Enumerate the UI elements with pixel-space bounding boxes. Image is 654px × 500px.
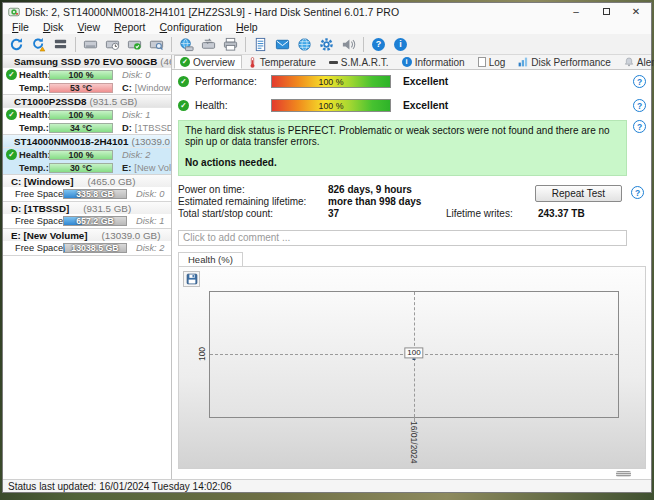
- disk-clock-button[interactable]: [102, 35, 123, 54]
- menu-report[interactable]: Report: [107, 21, 153, 33]
- chart-resize-grip[interactable]: [616, 471, 631, 477]
- disk-temp-row: Temp.: 53 °C C:[Windows]: [3, 81, 171, 94]
- power-on-label: Power on time:: [178, 184, 328, 195]
- health-chart-section: Health (%) 100 16/01/2: [178, 252, 646, 470]
- performance-gauge: 100 %: [271, 75, 391, 88]
- thermometer-icon: [248, 57, 257, 68]
- tab-log[interactable]: Log: [472, 55, 513, 69]
- free-space-bar: 657.2 GB: [63, 216, 127, 226]
- free-space-label: Free Space: [15, 243, 63, 253]
- disk-transfer-button[interactable]: [198, 35, 219, 54]
- tab-disk-performance[interactable]: Disk Performance: [512, 55, 617, 69]
- disk-number: Disk: 1: [136, 216, 164, 226]
- disk-button[interactable]: [80, 35, 101, 54]
- health-row: ✓ Health: 100 % Excellent ?: [178, 98, 646, 113]
- disk-globe-button[interactable]: [176, 35, 197, 54]
- temp-label: Temp.:: [19, 123, 49, 133]
- temp-label: Temp.:: [19, 163, 49, 173]
- comment-section: [178, 227, 627, 246]
- lifetime-writes-label: Lifetime writes:: [446, 208, 538, 219]
- content-area: Samsung SSD 970 EVO 500GB (465.8 GB) ✓ H…: [3, 55, 651, 479]
- tab-alerts[interactable]: Alerts: [618, 55, 654, 69]
- toolbar-separator: [171, 37, 172, 52]
- health-chart-tab[interactable]: Health (%): [178, 252, 243, 266]
- sounds-button[interactable]: [338, 35, 359, 54]
- disk-remove-icon: [53, 37, 68, 52]
- performance-help-icon[interactable]: ?: [633, 75, 646, 88]
- disk-list-item-1[interactable]: CT1000P2SSD8 (931.5 GB) ✓ Health: 100 % …: [3, 95, 171, 135]
- print-button[interactable]: [220, 35, 241, 54]
- menu-file[interactable]: File: [5, 21, 36, 33]
- health-help-icon[interactable]: ?: [633, 99, 646, 112]
- performance-chart-icon: [518, 57, 528, 67]
- alerts-bell-icon: [624, 57, 634, 67]
- floppy-save-icon: [186, 273, 198, 285]
- lifetime-writes-value: 243.37 TB: [538, 208, 646, 219]
- tab-information[interactable]: i Information: [396, 55, 472, 69]
- partition-free-row: Free Space 13038.5 GB Disk: 2: [3, 241, 171, 255]
- disk-search-button[interactable]: [146, 35, 167, 54]
- web-button[interactable]: [294, 35, 315, 54]
- refresh-button[interactable]: [6, 35, 27, 54]
- status-bar: Status last updated: 16/01/2024 Tuesday …: [3, 479, 651, 492]
- disk-size: (931.5 GB): [89, 96, 137, 107]
- disk-transfer-icon: [201, 37, 216, 52]
- health-chart-panel: 100 16/01/2024 100: [178, 266, 646, 470]
- repeat-test-button[interactable]: Repeat Test: [535, 185, 622, 202]
- partition-item-e[interactable]: E: [New Volume] (13039.0 GB) Free Space …: [3, 229, 171, 256]
- partition-name: E: [New Volume]: [11, 230, 88, 241]
- startstop-label: Total start/stop count:: [178, 208, 328, 219]
- y-axis-tick: 100: [197, 347, 207, 361]
- menu-configuration[interactable]: Configuration: [153, 21, 229, 33]
- menu-help[interactable]: Help: [229, 21, 265, 33]
- health-ok-icon: ✓: [6, 149, 17, 160]
- disk-search-icon: [149, 37, 164, 52]
- menu-disk[interactable]: Disk: [36, 21, 70, 33]
- disk-temp-row: Temp.: 34 °C D:[1TBSSD]: [3, 121, 171, 134]
- tab-temperature[interactable]: Temperature: [242, 55, 323, 69]
- email-button[interactable]: [272, 35, 293, 54]
- partition-item-c[interactable]: C: [Windows] (465.0 GB) Free Space 335.8…: [3, 175, 171, 202]
- disk-sidebar: Samsung SSD 970 EVO 500GB (465.8 GB) ✓ H…: [3, 55, 172, 479]
- partition-name: D: [1TBSSD]: [11, 203, 69, 214]
- minimize-button[interactable]: –: [561, 4, 591, 20]
- power-on-value: 826 days, 9 hours: [328, 184, 446, 195]
- disk-number: Disk: 1: [122, 110, 150, 120]
- disk-health-row: ✓ Health: 100 % Disk: 2: [3, 148, 171, 161]
- disk-list-item-2-selected[interactable]: ST14000NM0018-2H4101 (13039.0 GB) ✓ Heal…: [3, 135, 171, 175]
- disk-health-row: ✓ Health: 100 % Disk: 1: [3, 108, 171, 121]
- lifetime-label: Estimated remaining lifetime:: [178, 196, 328, 207]
- comment-input[interactable]: [178, 230, 627, 246]
- disk-remove-button[interactable]: [50, 35, 71, 54]
- disk-name: ST14000NM0018-2H4101: [14, 136, 128, 147]
- app-icon: [8, 6, 20, 18]
- partition-item-d[interactable]: D: [1TBSSD] (931.5 GB) Free Space 657.2 …: [3, 202, 171, 229]
- health-bar: 100 %: [49, 110, 113, 120]
- status-bar-text: Status last updated: 16/01/2024 Tuesday …: [8, 481, 232, 492]
- disk-number: Disk: 2: [122, 150, 150, 160]
- smart-tab-icon: [329, 61, 338, 64]
- data-point-label: 100: [404, 348, 423, 359]
- close-button[interactable]: ✕: [621, 4, 651, 20]
- menu-view[interactable]: View: [70, 21, 107, 33]
- toolbar: ? i: [3, 34, 651, 55]
- disk-stats-section: Power on time: 826 days, 9 hours Estimat…: [178, 184, 646, 219]
- settings-button[interactable]: [316, 35, 337, 54]
- temp-bar: 34 °C: [49, 123, 113, 133]
- volume-label: E:[New Volume]: [122, 163, 172, 173]
- tab-overview[interactable]: ✓ Overview: [174, 55, 242, 69]
- disk-ok-button[interactable]: [124, 35, 145, 54]
- save-chart-button[interactable]: [183, 271, 200, 287]
- help-button[interactable]: ?: [368, 35, 389, 54]
- status-help-icon[interactable]: ?: [633, 120, 646, 133]
- repeat-test-help-icon[interactable]: ?: [631, 186, 644, 199]
- maximize-button[interactable]: [591, 4, 621, 20]
- settings-gear-icon: [319, 37, 334, 52]
- disk-list-item-0[interactable]: Samsung SSD 970 EVO 500GB (465.8 GB) ✓ H…: [3, 55, 171, 95]
- tab-smart[interactable]: S.M.A.R.T.: [323, 55, 396, 69]
- report-button[interactable]: [250, 35, 271, 54]
- refresh-alert-button[interactable]: [28, 35, 49, 54]
- sound-icon: [341, 37, 356, 52]
- info-button[interactable]: i: [390, 35, 411, 54]
- maximize-icon: [603, 8, 610, 15]
